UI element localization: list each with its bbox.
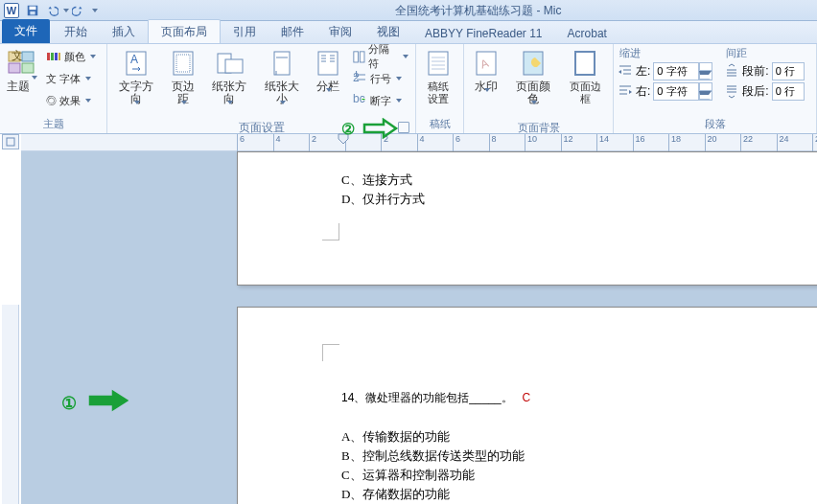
themes-icon: 文 xyxy=(7,48,37,79)
group-manuscript: 稿纸 设置 稿纸 xyxy=(416,44,464,133)
qat-customize-icon[interactable] xyxy=(92,9,98,12)
undo-icon[interactable] xyxy=(43,2,60,19)
spacing-after-icon xyxy=(724,83,739,99)
title-bar: W 全国统考计算机基础练习题 - Mic xyxy=(0,0,817,21)
document-area[interactable]: C、连接方式 D、仅并行方式 14、微处理器的功能包括_____。 C A、传输… xyxy=(21,151,817,504)
columns-button[interactable]: 分栏 xyxy=(310,46,346,107)
answer-letter: C xyxy=(522,391,530,404)
tab-page-layout[interactable]: 页面布局 xyxy=(148,19,221,43)
orientation-button[interactable]: 纸张方向 xyxy=(205,46,255,120)
svg-rect-10 xyxy=(55,53,58,60)
word-app-icon[interactable]: W xyxy=(4,3,19,18)
tab-insert[interactable]: 插入 xyxy=(100,20,148,43)
hyphenation-icon: bc- xyxy=(352,93,367,108)
svg-text:A: A xyxy=(130,53,138,66)
doc-line: C、连接方式 xyxy=(341,172,412,189)
fonts-label: 文 字体 xyxy=(46,72,81,86)
line-numbers-button[interactable]: 12行号 xyxy=(349,68,411,89)
doc-line: D、仅并行方式 xyxy=(341,191,425,208)
window-title: 全国统考计算机基础练习题 - Mic xyxy=(395,3,561,19)
save-icon[interactable] xyxy=(24,2,41,19)
breaks-icon xyxy=(352,49,366,64)
tab-mailings[interactable]: 邮件 xyxy=(268,20,316,43)
ribbon: 文 主题 颜色 文 字体 ◎ 效果 主题 A文字方向 页边距 纸张方向 纸张大小… xyxy=(0,44,817,134)
effects-label: ◎ 效果 xyxy=(46,94,81,108)
indent-left-icon xyxy=(618,63,633,79)
group-paragraph-label: 段落 xyxy=(618,116,812,133)
spin-down-icon[interactable] xyxy=(698,71,712,80)
spacing-before-input[interactable] xyxy=(772,62,805,80)
page-setup-dialog-launcher[interactable] xyxy=(398,122,409,133)
tab-file[interactable]: 文件 xyxy=(2,19,50,43)
svg-text:文: 文 xyxy=(12,49,23,62)
page-color-icon xyxy=(518,48,549,79)
ruler-corner[interactable] xyxy=(2,134,19,149)
svg-rect-34 xyxy=(429,52,448,75)
margin-mark-icon xyxy=(322,344,339,361)
ribbon-tabs: 文件 开始 插入 页面布局 引用 邮件 审阅 视图 ABBYY FineRead… xyxy=(0,21,817,44)
vertical-ruler[interactable] xyxy=(2,305,19,504)
group-theme-label: 主题 xyxy=(4,116,103,133)
line-numbers-icon: 12 xyxy=(352,71,367,86)
size-button[interactable]: 纸张大小 xyxy=(257,46,307,120)
manuscript-icon xyxy=(423,48,454,79)
page-color-button[interactable]: 页面颜色 xyxy=(507,46,558,120)
doc-line: D、存储数据的功能 xyxy=(341,486,450,503)
indent-left-input[interactable] xyxy=(653,62,712,80)
annotation-1: ① xyxy=(61,393,77,414)
margin-mark-icon xyxy=(322,223,339,241)
spin-up-icon[interactable] xyxy=(698,62,712,71)
line-numbers-label: 行号 xyxy=(370,72,391,86)
margins-icon xyxy=(168,48,198,79)
margins-button[interactable]: 页边距 xyxy=(164,46,202,120)
question-text: 14、微处理器的功能包括_____。 xyxy=(341,391,513,404)
tab-home[interactable]: 开始 xyxy=(52,20,100,43)
tab-review[interactable]: 审阅 xyxy=(316,20,364,43)
group-page-bg-label: 页面背景 xyxy=(468,120,609,135)
text-direction-button[interactable]: A文字方向 xyxy=(111,46,161,120)
manuscript-button[interactable]: 稿纸 设置 xyxy=(420,46,456,107)
undo-dropdown-icon[interactable] xyxy=(63,9,69,12)
svg-rect-5 xyxy=(22,52,34,61)
tab-acrobat[interactable]: Acrobat xyxy=(555,23,619,43)
horizontal-ruler[interactable]: 64224681012141618202224262830323436 xyxy=(21,134,817,151)
themes-button[interactable]: 文 主题 xyxy=(4,46,40,95)
hyphenation-button[interactable]: bc-断字 xyxy=(349,90,411,111)
watermark-button[interactable]: A水印 xyxy=(468,46,504,107)
theme-colors-button[interactable]: 颜色 xyxy=(43,46,99,67)
indent-header: 缩进 xyxy=(618,46,712,60)
indent-right-icon xyxy=(618,83,633,99)
annotation-arrow-2-icon xyxy=(362,118,399,139)
spacing-header: 间距 xyxy=(724,46,804,60)
svg-rect-11 xyxy=(58,53,60,60)
tab-view[interactable]: 视图 xyxy=(364,20,412,43)
svg-rect-17 xyxy=(225,59,243,73)
columns-icon xyxy=(313,48,343,79)
theme-fonts-button[interactable]: 文 字体 xyxy=(43,68,99,89)
annotation-2: ② xyxy=(341,120,355,138)
svg-rect-42 xyxy=(575,52,595,75)
svg-rect-2 xyxy=(30,11,35,14)
spacing-after-input[interactable] xyxy=(772,82,805,101)
theme-effects-button[interactable]: ◎ 效果 xyxy=(43,90,99,111)
tab-references[interactable]: 引用 xyxy=(221,20,268,43)
svg-rect-6 xyxy=(9,63,20,73)
doc-line: C、运算器和控制器功能 xyxy=(341,467,475,484)
svg-rect-8 xyxy=(47,53,50,60)
page-1: C、连接方式 D、仅并行方式 xyxy=(237,151,817,286)
svg-rect-27 xyxy=(360,51,364,61)
page-borders-button[interactable]: 页面边框 xyxy=(561,46,609,107)
spin-down-icon[interactable] xyxy=(698,91,712,100)
breaks-button[interactable]: 分隔符 xyxy=(349,46,411,67)
tab-abbyy[interactable]: ABBYY FineReader 11 xyxy=(412,23,555,43)
redo-icon[interactable] xyxy=(70,2,87,19)
svg-text:2: 2 xyxy=(353,71,360,84)
page-2: 14、微处理器的功能包括_____。 C A、传输数据的功能 B、控制总线数据传… xyxy=(237,307,817,504)
group-paragraph: 缩进 左: 右: 间距 段前: xyxy=(614,44,817,133)
indent-left-label: 左: xyxy=(636,63,650,80)
indent-right-input[interactable] xyxy=(653,82,712,101)
spin-up-icon[interactable] xyxy=(698,82,712,91)
text-direction-icon: A xyxy=(121,48,152,79)
spacing-before-icon xyxy=(724,63,739,79)
group-manuscript-label: 稿纸 xyxy=(420,116,459,133)
